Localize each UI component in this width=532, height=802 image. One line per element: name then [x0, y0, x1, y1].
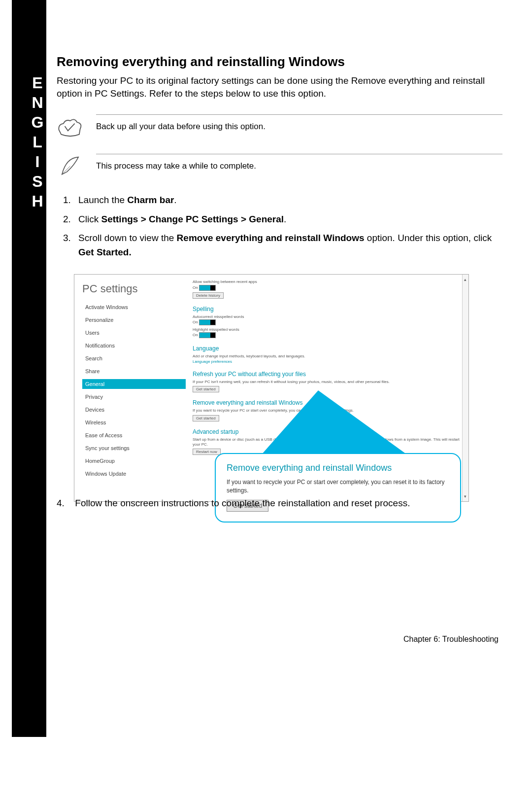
toggle-autocorrect[interactable] — [199, 319, 216, 325]
toggle-app-switching[interactable] — [199, 285, 216, 291]
step-1: Launch the Charm bar. — [73, 193, 502, 208]
callout-box: Remove everything and reinstall Windows … — [215, 453, 461, 523]
nav-share[interactable]: Share — [82, 366, 186, 376]
step-2: Click Settings > Change PC Settings > Ge… — [73, 212, 502, 227]
nav-notifications[interactable]: Notifications — [82, 341, 186, 350]
chapter-label: Chapter 6: Troubleshooting — [403, 635, 499, 644]
restart-now-button[interactable]: Restart now — [193, 449, 221, 455]
on-label-2: On — [193, 320, 198, 324]
nav-wireless[interactable]: Wireless — [82, 418, 186, 427]
pc-settings-screenshot: PC settings Activate Windows Personalize… — [74, 274, 469, 502]
autocorrect-label: Autocorrect misspelled words — [193, 314, 462, 319]
nav-search[interactable]: Search — [82, 353, 186, 363]
refresh-desc: If your PC isn't running well, you can r… — [193, 380, 462, 384]
on-label-1: On — [193, 285, 198, 290]
app-switching-label: Allow switching between recent apps — [193, 279, 462, 284]
language-preferences-link[interactable]: Language preferences — [193, 359, 462, 364]
scroll-up-icon[interactable]: ▴ — [463, 278, 467, 281]
nav-windows-update[interactable]: Windows Update — [82, 469, 186, 479]
language-desc: Add or change input methods, keyboard la… — [193, 354, 462, 359]
language-header: Language — [193, 345, 462, 352]
step-4-text: Follow the onscreen instructions to comp… — [75, 498, 410, 508]
step-4-number: 4. — [57, 498, 72, 509]
delete-history-button[interactable]: Delete history — [193, 292, 224, 299]
language-label: ENGLISH — [12, 74, 46, 212]
highlight-label: Highlight misspelled words — [193, 327, 462, 332]
callout-title: Remove everything and reinstall Windows — [227, 463, 449, 473]
remove-desc: If you want to recycle your PC or start … — [193, 408, 462, 413]
nav-sync-your-settings[interactable]: Sync your settings — [82, 443, 186, 453]
note-feather-icon — [57, 154, 96, 180]
scrollbar[interactable]: ▴ ▾ — [462, 275, 468, 501]
remove-get-started-button[interactable]: Get started — [193, 415, 219, 421]
callout-body: If you want to recycle your PC or start … — [227, 478, 449, 495]
nav-ease-of-access[interactable]: Ease of Access — [82, 430, 186, 440]
section-title: Removing everything and reinstalling Win… — [57, 54, 502, 70]
note-backup-text: Back up all your data before using this … — [96, 114, 502, 132]
note-hand-icon — [57, 114, 96, 141]
nav-personalize[interactable]: Personalize — [82, 315, 186, 325]
note-time-text: This process may take a while to complet… — [96, 154, 502, 171]
spelling-header: Spelling — [193, 306, 462, 313]
intro-paragraph: Restoring your PC to its original factor… — [57, 74, 502, 100]
nav-activate-windows[interactable]: Activate Windows — [82, 302, 186, 312]
on-label-3: On — [193, 333, 198, 338]
step-3: Scroll down to view the Remove everythin… — [73, 231, 502, 259]
nav-devices[interactable]: Devices — [82, 405, 186, 415]
nav-homegroup[interactable]: HomeGroup — [82, 456, 186, 466]
remove-header: Remove everything and reinstall Windows — [193, 399, 462, 406]
toggle-highlight[interactable] — [199, 332, 216, 338]
refresh-get-started-button[interactable]: Get started — [193, 386, 219, 392]
page-number: 62 — [33, 635, 42, 644]
steps-list: Launch the Charm bar. Click Settings > C… — [57, 193, 502, 259]
pc-settings-title: PC settings — [82, 282, 186, 295]
step-4: 4. Follow the onscreen instructions to c… — [57, 498, 502, 509]
nav-general[interactable]: General — [82, 379, 186, 389]
pc-settings-nav: Activate Windows Personalize Users Notif… — [82, 302, 186, 479]
advanced-startup-desc: Start up from a device or disc (such as … — [193, 437, 462, 448]
refresh-header: Refresh your PC without affecting your f… — [193, 371, 462, 378]
nav-privacy[interactable]: Privacy — [82, 392, 186, 402]
advanced-startup-header: Advanced startup — [193, 428, 462, 435]
nav-users[interactable]: Users — [82, 328, 186, 338]
